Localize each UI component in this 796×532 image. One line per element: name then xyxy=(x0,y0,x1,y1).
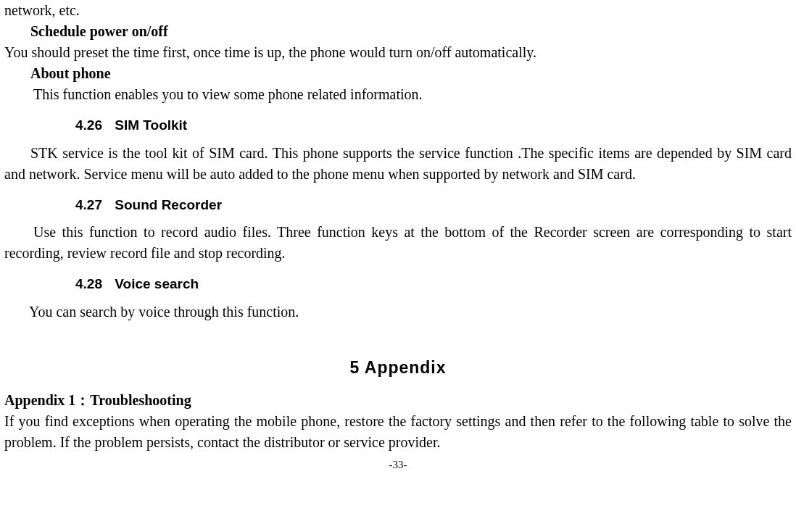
schedule-heading: Schedule power on/off xyxy=(4,21,792,42)
appendix-subheading: Appendix 1：Troubleshooting xyxy=(4,390,792,411)
section-heading-voice-search: 4.28 Voice search xyxy=(4,274,792,294)
section-number: 4.27 xyxy=(75,197,102,212)
section-body-sound-recorder: Use this function to record audio files.… xyxy=(4,222,792,264)
section-heading-sound-recorder: 4.27 Sound Recorder xyxy=(4,195,792,215)
chapter-heading-appendix: 5 Appendix xyxy=(4,356,792,380)
about-phone-heading: About phone xyxy=(4,63,792,84)
about-phone-body-text: This function enables you to view some p… xyxy=(4,84,792,105)
section-title: Sound Recorder xyxy=(115,197,222,212)
section-number: 4.28 xyxy=(75,276,102,291)
section-body-voice-search: You can search by voice through this fun… xyxy=(4,302,792,323)
section-heading-sim-toolkit: 4.26 SIM Toolkit xyxy=(4,115,792,136)
section-number: 4.26 xyxy=(75,117,102,133)
page-number: -33- xyxy=(4,457,792,473)
appendix-body-text: If you find exceptions when operating th… xyxy=(4,411,792,453)
section-title: Voice search xyxy=(115,276,199,291)
top-fragment-text: network, etc. xyxy=(4,0,792,21)
section-title: SIM Toolkit xyxy=(115,117,187,133)
schedule-body-text: You should preset the time first, once t… xyxy=(4,42,792,63)
section-body-sim-toolkit: STK service is the tool kit of SIM card.… xyxy=(4,143,792,185)
